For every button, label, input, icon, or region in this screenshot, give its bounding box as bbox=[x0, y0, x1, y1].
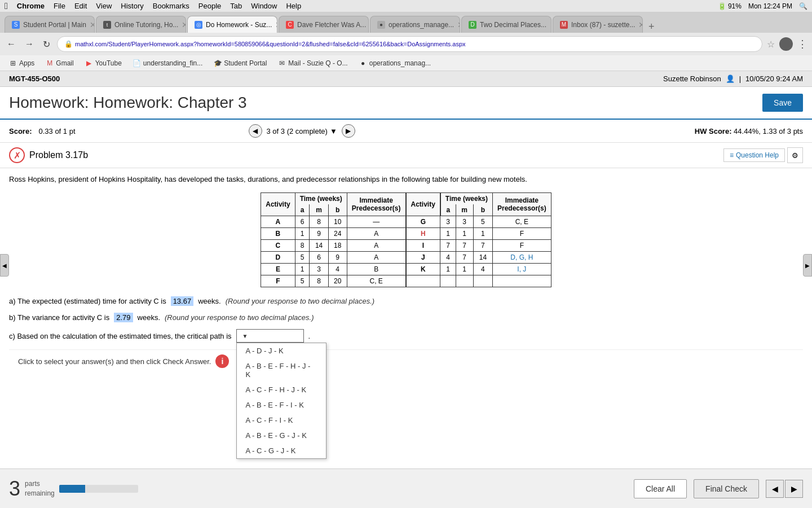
tab-operations[interactable]: ● operations_manage... ✕ bbox=[370, 16, 460, 33]
date-display: 10/05/20 9:24 AM bbox=[745, 75, 803, 83]
tab-label-4: Dave Fletcher Was A... bbox=[297, 21, 366, 29]
part-b: b) The variance for activity C is 2.79 w… bbox=[9, 313, 803, 322]
final-check-button[interactable]: Final Check bbox=[694, 479, 759, 498]
tab-close-5[interactable]: ✕ bbox=[457, 20, 460, 29]
tab-close-6[interactable]: ✕ bbox=[550, 20, 551, 29]
col-b-right: b bbox=[473, 204, 492, 216]
footer-next-button[interactable]: ▶ bbox=[785, 480, 803, 498]
menu-view[interactable]: View bbox=[96, 2, 112, 10]
settings-button[interactable]: ⚙ bbox=[787, 147, 803, 163]
tab-homework[interactable]: ◎ Do Homework - Suz... ✕ bbox=[187, 16, 277, 33]
tab-favicon-6: D bbox=[469, 21, 476, 29]
tab-favicon-3: ◎ bbox=[195, 21, 202, 29]
bookmark-portal[interactable]: 🎓 Student Portal bbox=[209, 58, 271, 68]
apple-menu[interactable]:  bbox=[5, 1, 8, 11]
tab-close-7[interactable]: ✕ bbox=[638, 20, 643, 29]
menu-edit[interactable]: Edit bbox=[74, 2, 87, 10]
menu-help[interactable]: Help bbox=[286, 2, 301, 10]
back-button[interactable]: ← bbox=[5, 38, 18, 50]
bookmark-star-icon[interactable]: ☆ bbox=[767, 39, 775, 50]
critical-path-dropdown[interactable]: ▼ bbox=[236, 329, 304, 343]
bookmark-understanding[interactable]: 📄 understanding_fin... bbox=[129, 58, 207, 68]
col-predecessor-left: ImmediatePredecessor(s) bbox=[347, 193, 405, 216]
question-nav-dropdown[interactable]: 3 of 3 (2 complete) ▼ bbox=[267, 127, 337, 135]
forward-button[interactable]: → bbox=[23, 38, 36, 50]
hint-icon[interactable]: i bbox=[215, 354, 229, 368]
menu-bookmarks[interactable]: Bookmarks bbox=[153, 2, 189, 10]
menu-file[interactable]: File bbox=[54, 2, 65, 10]
tab-favicon-4: C bbox=[286, 21, 294, 29]
tab-tutoring[interactable]: t Online Tutoring, Ho... ✕ bbox=[96, 16, 186, 33]
tab-label-7: Inbox (87) - suzette... bbox=[571, 21, 635, 29]
dropdown-option-1[interactable]: A - D - J - K bbox=[237, 343, 326, 358]
col-b-left: b bbox=[328, 204, 347, 216]
dropdown-option-4[interactable]: A - B - E - F - I - K bbox=[237, 397, 326, 413]
tab-label-2: Online Tutoring, Ho... bbox=[114, 21, 178, 29]
dropdown-option-2[interactable]: A - B - E - F - H - J - K bbox=[237, 358, 326, 382]
answer-parts: a) The expected (estimated) time for act… bbox=[9, 296, 803, 343]
question-help-button[interactable]: ≡ Question Help bbox=[723, 148, 785, 162]
tab-close-2[interactable]: ✕ bbox=[182, 20, 186, 29]
problem-title-section: ✗ Problem 3.17b bbox=[9, 147, 88, 163]
url-bar[interactable]: 🔒 mathxl.com/Student/PlayerHomework.aspx… bbox=[57, 36, 762, 52]
progress-bar-fill bbox=[59, 485, 85, 493]
save-button[interactable]: Save bbox=[762, 94, 803, 112]
menu-people[interactable]: People bbox=[198, 2, 221, 10]
right-sidebar-toggle[interactable]: ▶ bbox=[803, 254, 812, 277]
bookmark-mail-label: Mail - Suzie Q - O... bbox=[288, 59, 347, 67]
reload-button[interactable]: ↻ bbox=[41, 38, 52, 51]
bookmark-gmail[interactable]: M Gmail bbox=[41, 58, 78, 68]
dropdown-option-7[interactable]: A - C - G - J - K bbox=[237, 443, 326, 458]
parts-remaining-section: 3 parts remaining bbox=[9, 479, 138, 499]
part-b-text-after: weeks. bbox=[138, 313, 160, 322]
bookmark-operations-label: operations_manag... bbox=[369, 59, 431, 67]
battery-icon: 🔋 91% bbox=[718, 2, 742, 10]
hw-score-label: HW Score: bbox=[695, 127, 732, 135]
bookmark-operations[interactable]: ● operations_manag... bbox=[355, 58, 435, 68]
footer-prev-button[interactable]: ◀ bbox=[766, 480, 784, 498]
tab-dave[interactable]: C Dave Fletcher Was A... ✕ bbox=[279, 16, 369, 33]
hw-score-value: 44.44%, 1.33 of 3 pts bbox=[734, 127, 803, 135]
tab-label-1: Student Portal | Main bbox=[23, 21, 86, 29]
score-nav: ◀ 3 of 3 (2 complete) ▼ ▶ bbox=[249, 124, 355, 138]
problem-status-icon: ✗ bbox=[9, 147, 25, 163]
table-row: B1924A H111F bbox=[261, 228, 551, 240]
part-b-value[interactable]: 2.79 bbox=[114, 313, 133, 322]
tab-student-portal[interactable]: S Student Portal | Main ✕ bbox=[5, 16, 95, 33]
tab-decimal[interactable]: D Two Decimal Places... ✕ bbox=[461, 16, 551, 33]
col-a-right: a bbox=[440, 204, 456, 216]
new-tab-button[interactable]: + bbox=[644, 21, 659, 33]
menu-icon[interactable]: ⋮ bbox=[797, 38, 807, 50]
menu-window[interactable]: Window bbox=[251, 2, 277, 10]
youtube-icon: ▶ bbox=[85, 59, 93, 67]
menu-history[interactable]: History bbox=[121, 2, 143, 10]
part-c-text-after: . bbox=[308, 332, 311, 340]
bookmark-apps[interactable]: ⊞ Apps bbox=[5, 58, 39, 68]
menu-tab[interactable]: Tab bbox=[230, 2, 242, 10]
table-row: E134B K114I, J bbox=[261, 264, 551, 275]
tab-label-3: Do Homework - Suz... bbox=[206, 21, 272, 29]
bookmark-youtube[interactable]: ▶ YouTube bbox=[81, 58, 126, 68]
prev-question-button[interactable]: ◀ bbox=[249, 124, 262, 138]
dropdown-option-3[interactable]: A - C - F - H - J - K bbox=[237, 382, 326, 397]
apps-icon: ⊞ bbox=[9, 59, 17, 67]
tab-inbox[interactable]: M Inbox (87) - suzette... ✕ bbox=[553, 16, 643, 33]
part-a-value[interactable]: 13.67 bbox=[171, 296, 194, 306]
score-value: 0.33 of 1 pt bbox=[38, 127, 75, 135]
menu-chrome[interactable]: Chrome bbox=[17, 2, 45, 10]
tab-close-1[interactable]: ✕ bbox=[90, 20, 95, 29]
search-icon[interactable]: 🔍 bbox=[799, 2, 807, 10]
part-a-text-after: weeks. bbox=[198, 297, 220, 305]
dropdown-option-6[interactable]: A - B - E - G - J - K bbox=[237, 428, 326, 443]
profile-avatar[interactable] bbox=[779, 37, 793, 51]
left-sidebar-toggle[interactable]: ◀ bbox=[0, 254, 9, 277]
tab-close-3[interactable]: ✕ bbox=[275, 20, 277, 29]
part-a-note: (Round your response to two decimal plac… bbox=[226, 297, 374, 305]
next-question-button[interactable]: ▶ bbox=[342, 124, 355, 138]
tab-favicon-2: t bbox=[103, 21, 111, 29]
footer-bar: 3 parts remaining Clear All Final Check … bbox=[0, 468, 812, 508]
bookmark-mail[interactable]: ✉ Mail - Suzie Q - O... bbox=[273, 58, 352, 68]
username: Suzette Robinson bbox=[663, 75, 721, 83]
clear-all-button[interactable]: Clear All bbox=[634, 479, 687, 498]
dropdown-option-5[interactable]: A - C - F - I - K bbox=[237, 413, 326, 428]
